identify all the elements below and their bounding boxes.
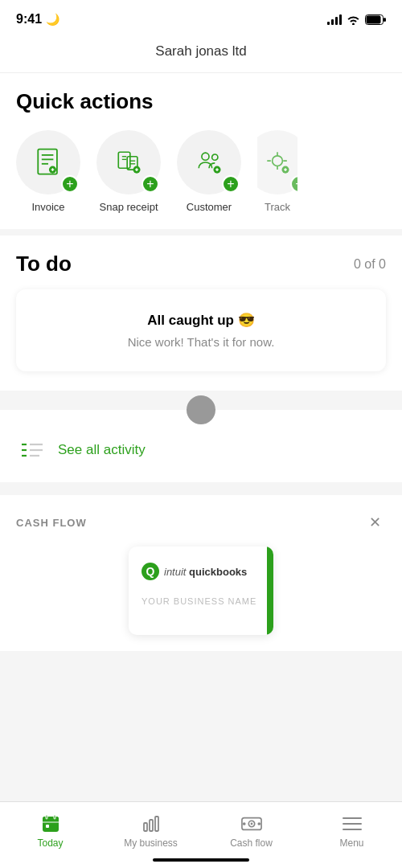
snap-receipt-label: Snap receipt (100, 201, 158, 213)
qb-logo-text: intuit quickbooks (164, 566, 247, 578)
customer-icon-wrap: + (177, 130, 241, 194)
track-icon (261, 146, 293, 178)
menu-icon (342, 816, 363, 832)
todo-count: 0 of 0 (354, 257, 386, 272)
my-business-nav-label: My business (124, 837, 178, 849)
cashflow-header: CASH FLOW ✕ (16, 511, 386, 534)
svg-rect-39 (54, 815, 55, 819)
svg-rect-10 (118, 152, 130, 168)
cash-flow-nav-label: Cash flow (230, 837, 273, 849)
activity-section: See all activity (0, 410, 402, 482)
nav-item-cash-flow[interactable]: Cash flow (201, 802, 302, 852)
invoice-icon-wrap: + (16, 130, 80, 194)
menu-nav-label: Menu (339, 837, 363, 849)
today-nav-label: Today (37, 837, 63, 849)
qb-logo-icon: Q (142, 563, 159, 580)
invoice-plus: + (61, 175, 79, 193)
cashflow-section: CASH FLOW ✕ Q intuit quickbooks YOUR BUS… (0, 495, 402, 651)
signal-icon (327, 14, 342, 25)
svg-rect-38 (46, 815, 47, 819)
todo-caught-up-title: All caught up 😎 (32, 312, 370, 329)
customer-label: Customer (187, 201, 232, 213)
quick-actions-list: + Invoice + (16, 130, 386, 221)
quick-actions-title: Quick actions (16, 89, 386, 114)
svg-point-48 (242, 822, 245, 825)
cashflow-card-inner: Q intuit quickbooks YOUR BUSINESS NAME (129, 547, 273, 635)
status-icons (327, 14, 386, 25)
header: Sarah jonas ltd (0, 35, 402, 73)
nav-item-my-business[interactable]: My business (100, 802, 201, 852)
todo-header: To do 0 of 0 (16, 252, 386, 276)
quick-action-track[interactable]: + Track (257, 130, 297, 213)
svg-rect-2 (367, 15, 381, 23)
cashflow-card: Q intuit quickbooks YOUR BUSINESS NAME (129, 547, 273, 635)
battery-icon (365, 14, 386, 25)
svg-rect-1 (384, 18, 386, 22)
cashflow-business-label: YOUR BUSINESS NAME (142, 596, 260, 606)
header-title: Sarah jonas ltd (155, 43, 246, 59)
cashflow-title: CASH FLOW (16, 517, 87, 529)
bottom-spacer (0, 651, 402, 731)
quickbooks-logo: Q intuit quickbooks (142, 563, 260, 580)
cashflow-card-bar (267, 547, 273, 635)
svg-point-24 (273, 156, 283, 166)
today-nav-icon (40, 813, 61, 834)
my-business-icon (141, 813, 162, 834)
cash-flow-nav-icon (241, 813, 262, 834)
drag-handle[interactable] (187, 395, 215, 424)
nav-item-today[interactable]: Today (0, 802, 100, 852)
quick-action-customer[interactable]: + Customer (177, 130, 241, 213)
svg-rect-42 (144, 823, 147, 831)
snap-receipt-icon-wrap: + (96, 130, 161, 194)
svg-point-20 (212, 154, 218, 160)
status-bar: 9:41 🌙 (0, 0, 402, 35)
quick-action-snap-receipt[interactable]: + Snap receipt (96, 130, 161, 213)
quick-action-invoice[interactable]: + Invoice (16, 130, 80, 213)
activity-lines-icon-wrap (16, 434, 48, 466)
cash-flow-icon (241, 815, 262, 833)
svg-point-49 (257, 822, 260, 825)
menu-nav-icon (342, 813, 363, 834)
svg-rect-37 (43, 817, 59, 822)
todo-card: All caught up 😎 Nice work! That's it for… (16, 289, 386, 371)
track-label: Track (265, 201, 290, 213)
track-plus: + (290, 175, 297, 193)
nav-item-menu[interactable]: Menu (302, 802, 402, 852)
moon-icon: 🌙 (46, 13, 59, 26)
todo-section: To do 0 of 0 All caught up 😎 Nice work! … (0, 235, 402, 391)
svg-rect-41 (46, 825, 49, 828)
my-business-nav-icon (141, 813, 162, 834)
activity-row: See all activity (16, 434, 386, 466)
svg-point-47 (250, 823, 252, 825)
invoice-icon (32, 146, 64, 178)
cashflow-close-button[interactable]: ✕ (363, 511, 386, 534)
see-all-activity-link[interactable]: See all activity (58, 442, 146, 458)
quick-actions-section: Quick actions + Invoice (0, 73, 402, 229)
status-time: 9:41 (16, 12, 42, 27)
home-indicator (153, 858, 249, 862)
wifi-icon (347, 14, 360, 25)
customer-plus: + (222, 175, 240, 193)
activity-lines-icon (20, 438, 44, 462)
todo-title: To do (16, 252, 72, 276)
track-icon-wrap: + (257, 130, 297, 194)
today-icon (40, 813, 61, 834)
todo-caught-up-sub: Nice work! That's it for now. (32, 335, 370, 349)
svg-point-19 (202, 153, 209, 160)
svg-rect-43 (150, 820, 153, 831)
customer-icon (193, 146, 225, 178)
snap-receipt-plus: + (142, 175, 159, 193)
section-divider-2 (0, 482, 402, 489)
invoice-label: Invoice (31, 201, 64, 213)
svg-text:Q: Q (146, 565, 155, 578)
snap-receipt-icon (113, 146, 145, 178)
svg-rect-44 (155, 817, 158, 831)
